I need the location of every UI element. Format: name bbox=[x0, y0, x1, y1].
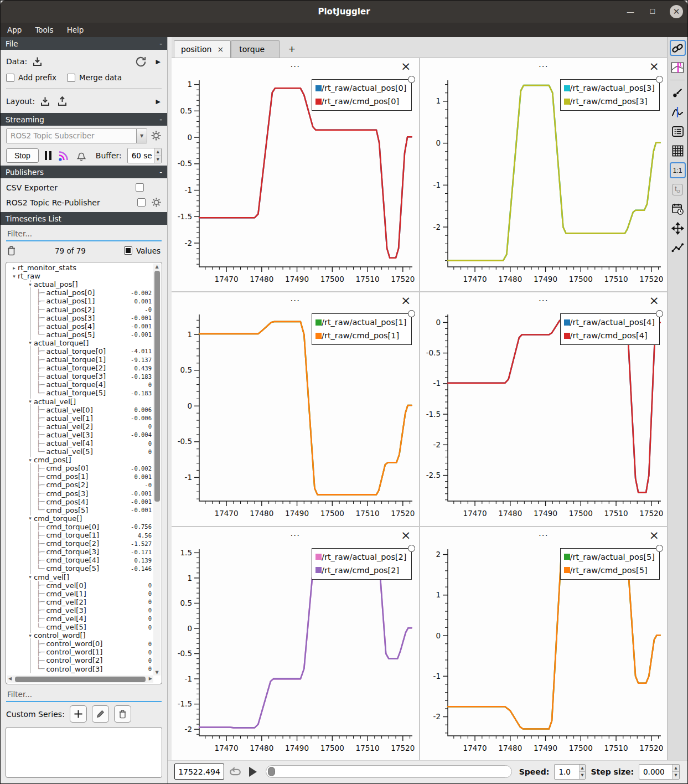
plot-cell-1[interactable]: 10.50-0.5-1-1.5-217470174801749017500175… bbox=[172, 58, 419, 291]
collapse-indicator[interactable]: - bbox=[159, 39, 162, 48]
legend-entry[interactable]: /rt_raw/actual_pos[3] bbox=[564, 81, 655, 95]
link-button[interactable] bbox=[670, 40, 686, 56]
scrollbar-thumb[interactable] bbox=[15, 677, 146, 682]
legend-drag-handle[interactable] bbox=[656, 545, 663, 552]
streaming-settings-button[interactable] bbox=[151, 130, 162, 141]
buffer-spinbox[interactable]: ▲ ▼ bbox=[127, 148, 162, 163]
legend-entry[interactable]: /rt_raw/actual_pos[5] bbox=[564, 550, 655, 564]
spin-down-icon[interactable]: ▼ bbox=[673, 772, 679, 779]
add-tab-button[interactable]: + bbox=[288, 43, 295, 58]
timeline-slider[interactable] bbox=[266, 765, 512, 778]
plot-cell-6[interactable]: 210-1-2174701748017490175001751017520 ..… bbox=[420, 527, 668, 760]
horizontal-scrollbar[interactable]: ◀ ▶ bbox=[7, 675, 153, 683]
tree-item[interactable]: ├─actual_vel[2]0 bbox=[30, 422, 153, 431]
tree-group[interactable]: ▾control_word[] bbox=[30, 631, 153, 639]
scroll-left-icon[interactable]: ◀ bbox=[8, 676, 12, 681]
tree-group[interactable]: ▾actual_torque[] bbox=[30, 339, 153, 347]
tree-item[interactable]: ├─cmd_pos[0]-0.002 bbox=[30, 464, 153, 472]
plot-menu-dots[interactable]: ... bbox=[420, 58, 668, 70]
plot-menu-dots[interactable]: ... bbox=[172, 58, 419, 70]
spin-up-icon[interactable]: ▲ bbox=[673, 765, 679, 772]
legend-list-button[interactable] bbox=[670, 123, 686, 140]
legend-entry[interactable]: /rt_raw/cmd_pos[4] bbox=[564, 329, 655, 342]
plot-close-button[interactable]: × bbox=[401, 60, 411, 73]
tree-item[interactable]: ├─cmd_torque[3]-0.171 bbox=[30, 548, 153, 556]
tree-item[interactable]: ├─cmd_vel[1]0 bbox=[30, 590, 153, 598]
edit-custom-series-button[interactable] bbox=[92, 705, 109, 723]
save-layout-button[interactable] bbox=[56, 96, 68, 107]
expand-arrow-icon[interactable]: ▸ bbox=[11, 265, 18, 271]
legend-entry[interactable]: /rt_raw/cmd_pos[2] bbox=[315, 564, 406, 577]
delete-custom-series-button[interactable] bbox=[114, 705, 131, 723]
legend-entry[interactable]: /rt_raw/cmd_pos[3] bbox=[564, 95, 655, 108]
tree-item[interactable]: ├─cmd_pos[4]-0.001 bbox=[30, 498, 153, 506]
load-data-button[interactable] bbox=[32, 56, 43, 68]
file-section-header[interactable]: File - bbox=[1, 37, 167, 50]
add-prefix-checkbox[interactable] bbox=[6, 74, 14, 82]
speed-value-input[interactable] bbox=[555, 765, 578, 779]
legend-entry[interactable]: /rt_raw/actual_pos[4] bbox=[564, 316, 655, 329]
csv-exporter-checkbox[interactable] bbox=[136, 183, 144, 192]
pause-icon[interactable] bbox=[44, 151, 52, 161]
tree-item[interactable]: ├─actual_torque[2]0.439 bbox=[30, 364, 153, 372]
delete-series-button[interactable] bbox=[6, 245, 17, 256]
tree-item[interactable]: ├─cmd_torque[2]-1.527 bbox=[30, 539, 153, 548]
tree-item[interactable]: ├─actual_vel[0]0.006 bbox=[30, 406, 153, 414]
scroll-down-icon[interactable]: ▼ bbox=[153, 670, 161, 675]
scrollbar-thumb[interactable] bbox=[154, 271, 160, 502]
spin-up-icon[interactable]: ▲ bbox=[580, 765, 586, 772]
legend-entry[interactable]: /rt_raw/actual_pos[1] bbox=[315, 316, 406, 329]
menu-help[interactable]: Help bbox=[67, 25, 84, 34]
tree-item[interactable]: ├─actual_torque[0]-4.011 bbox=[30, 347, 153, 355]
tree-group[interactable]: ▾actual_vel[] bbox=[30, 398, 153, 406]
tree-group[interactable]: ▾cmd_pos[] bbox=[30, 456, 153, 464]
layout-menu-arrow-icon[interactable]: ▶ bbox=[156, 98, 162, 105]
tab-position[interactable]: position × bbox=[174, 40, 231, 58]
tree-item[interactable]: └─actual_vel[5]0 bbox=[30, 447, 153, 456]
tree-item[interactable]: ├─cmd_vel[3]0 bbox=[30, 606, 153, 615]
plot-close-button[interactable]: × bbox=[649, 60, 659, 73]
plot-close-button[interactable]: × bbox=[649, 295, 659, 307]
time-origin-button[interactable]: tO bbox=[670, 182, 686, 198]
tree-item[interactable]: ├─cmd_vel[2]0 bbox=[30, 598, 153, 606]
plot-close-button[interactable]: × bbox=[401, 295, 411, 307]
close-tab-icon[interactable]: × bbox=[217, 45, 224, 54]
tree-item[interactable]: ├─cmd_torque[1]4.56 bbox=[30, 531, 153, 539]
tracker-button[interactable]: 1 bbox=[670, 59, 686, 75]
spin-down-icon[interactable]: ▼ bbox=[580, 772, 586, 779]
tree-item[interactable]: └─control_word[3]0 bbox=[30, 665, 153, 673]
tree-item[interactable]: ├─actual_pos[3]-0.001 bbox=[30, 314, 153, 322]
tree-item[interactable]: ├─actual_vel[3]-0.004 bbox=[30, 431, 153, 439]
expand-arrow-icon[interactable]: ▾ bbox=[27, 282, 34, 287]
menu-tools[interactable]: Tools bbox=[35, 25, 53, 34]
notification-bell-icon[interactable] bbox=[76, 150, 87, 162]
tree-group[interactable]: ▾cmd_torque[] bbox=[30, 514, 153, 523]
plot-menu-dots[interactable]: ... bbox=[172, 527, 419, 539]
menu-app[interactable]: App bbox=[7, 25, 22, 34]
legend-entry[interactable]: /rt_raw/cmd_pos[1] bbox=[315, 329, 406, 342]
tree-item[interactable]: ├─control_word[0]0 bbox=[30, 639, 153, 648]
zoom-to-point-button[interactable] bbox=[670, 85, 686, 101]
legend-entry[interactable]: /rt_raw/actual_pos[0] bbox=[315, 81, 406, 95]
legend-entry[interactable]: /rt_raw/cmd_pos[5] bbox=[564, 564, 655, 577]
plot-cell-4[interactable]: 0-0.5-1-1.5-2-2.517470174801749017500175… bbox=[420, 292, 668, 525]
play-button[interactable] bbox=[247, 766, 258, 778]
reload-data-button[interactable] bbox=[135, 55, 147, 68]
buffer-value-input[interactable] bbox=[128, 148, 154, 163]
tree-group[interactable]: ▾actual_pos[] bbox=[30, 280, 153, 288]
collapse-indicator[interactable]: - bbox=[159, 168, 162, 177]
step-size-spinbox[interactable]: ▲ ▼ bbox=[639, 764, 680, 780]
scroll-up-icon[interactable]: ▲ bbox=[153, 264, 161, 269]
tree-item[interactable]: ├─actual_vel[1]-0.006 bbox=[30, 414, 153, 422]
legend-entry[interactable]: /rt_raw/cmd_pos[0] bbox=[315, 95, 406, 108]
tree-item[interactable]: ├─actual_vel[4]0 bbox=[30, 439, 153, 447]
title-bar[interactable]: PlotJuggler — ☐ ✕ bbox=[1, 1, 687, 23]
tree-root[interactable]: ▾rt_raw bbox=[7, 272, 153, 280]
vertical-scrollbar[interactable]: ▲ ▼ bbox=[153, 264, 161, 675]
tree-item[interactable]: ├─cmd_pos[2]-0 bbox=[30, 481, 153, 489]
chevron-down-icon[interactable]: ▼ bbox=[136, 129, 147, 143]
load-layout-button[interactable] bbox=[39, 96, 51, 107]
curve-range-button[interactable] bbox=[670, 104, 686, 120]
custom-series-list[interactable] bbox=[6, 727, 162, 778]
plot-menu-dots[interactable]: ... bbox=[172, 292, 419, 305]
